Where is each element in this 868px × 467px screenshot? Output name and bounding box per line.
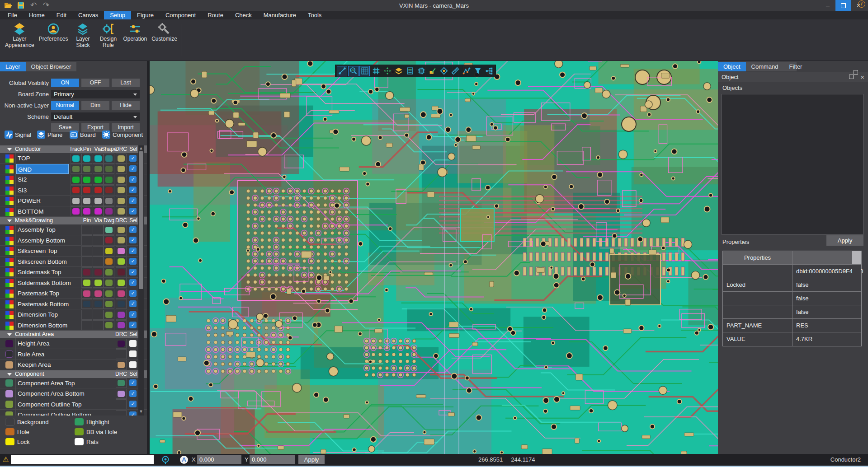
- drc-swatch[interactable]: [116, 299, 127, 309]
- layer-row-assembly-bottom[interactable]: Assembly Bottom✓: [0, 235, 147, 246]
- sel-checkbox[interactable]: ✓: [129, 226, 137, 233]
- board-zone-select[interactable]: Primary: [51, 90, 140, 98]
- drc-swatch[interactable]: [116, 349, 127, 359]
- property-row[interactable]: VALUE4.7KR: [723, 332, 861, 346]
- pin-swatch[interactable]: [81, 206, 92, 216]
- property-row[interactable]: dbid:000000005D9F45E0: [723, 265, 861, 278]
- layer-row-silkscreen-bottom[interactable]: Silkscreen Bottom✓: [0, 257, 147, 267]
- drc-swatch[interactable]: [116, 154, 127, 163]
- dwg-swatch[interactable]: [104, 267, 114, 277]
- drc-swatch[interactable]: [116, 320, 127, 330]
- area-color-icon[interactable]: [5, 401, 13, 408]
- property-row[interactable]: PART_NAMERES: [723, 319, 861, 332]
- scroll-down-icon[interactable]: ▼: [138, 409, 144, 414]
- open-file-icon[interactable]: [3, 1, 14, 10]
- pin-swatch[interactable]: [81, 196, 92, 206]
- sel-checkbox[interactable]: [129, 361, 137, 368]
- layer-color-icon[interactable]: [5, 208, 14, 216]
- info-icon[interactable]: i: [858, 0, 865, 8]
- layer-color-icon[interactable]: [5, 290, 14, 298]
- pin-swatch[interactable]: [81, 246, 92, 256]
- property-value[interactable]: false: [793, 305, 852, 318]
- via-swatch[interactable]: [93, 257, 104, 266]
- layer-row-pastemask-top[interactable]: Pastemask Top✓: [0, 288, 147, 299]
- sel-checkbox[interactable]: ✓: [129, 248, 137, 254]
- legend-swatch[interactable]: [5, 418, 14, 425]
- menu-tools[interactable]: Tools: [302, 11, 327, 19]
- layer-row-rule-area[interactable]: Rule Area: [0, 349, 147, 360]
- toggle-component[interactable]: Component: [102, 130, 147, 140]
- via-swatch[interactable]: [93, 310, 104, 320]
- coord-apply-button[interactable]: Apply: [298, 455, 325, 464]
- menu-edit[interactable]: Edit: [51, 11, 72, 19]
- dwg-swatch[interactable]: [104, 257, 114, 266]
- drc-swatch[interactable]: [116, 339, 127, 349]
- x-coordinate-input[interactable]: 0.000: [197, 455, 241, 464]
- drc-swatch[interactable]: [116, 164, 127, 174]
- via-swatch[interactable]: [93, 320, 104, 330]
- drc-swatch[interactable]: [116, 378, 127, 388]
- layer-color-icon[interactable]: [5, 279, 14, 287]
- layer-row-assembly-top[interactable]: Assembly Top✓: [0, 224, 147, 235]
- layer-row-dimension-top[interactable]: Dimension Top✓: [0, 309, 147, 320]
- section-header-constraint-area[interactable]: Constraint AreaDRCSel: [0, 331, 147, 338]
- scrollbar-thumb[interactable]: [139, 151, 143, 289]
- via-swatch[interactable]: [93, 185, 104, 195]
- menu-canvas[interactable]: Canvas: [72, 11, 104, 19]
- layer-row-dimension-bottom[interactable]: Dimension Bottom✓: [0, 320, 147, 331]
- shape-swatch[interactable]: [104, 206, 114, 216]
- toggle-signal[interactable]: Signal: [5, 130, 37, 140]
- section-header-component[interactable]: ComponentDRCSel: [0, 370, 147, 378]
- layer-row-component-outline-bottom[interactable]: Component Outline Bottom✓: [0, 410, 147, 416]
- pin-swatch[interactable]: [81, 235, 92, 245]
- layer-color-icon[interactable]: [5, 165, 14, 173]
- scroll-up-icon[interactable]: ▲: [138, 145, 144, 151]
- layer-row-si3[interactable]: SI3✓: [0, 185, 147, 196]
- sel-checkbox[interactable]: ✓: [129, 411, 137, 416]
- net-icon[interactable]: [461, 66, 472, 76]
- sel-checkbox[interactable]: ✓: [129, 269, 137, 276]
- non-active-dim-button[interactable]: Dim: [81, 101, 109, 110]
- non-active-hide-button[interactable]: Hide: [112, 101, 140, 110]
- drc-swatch[interactable]: [116, 410, 127, 416]
- legend-swatch[interactable]: [75, 418, 84, 425]
- dwg-swatch[interactable]: [104, 225, 114, 235]
- track-swatch[interactable]: [71, 175, 81, 185]
- drc-swatch[interactable]: [116, 196, 127, 206]
- menu-figure[interactable]: Figure: [131, 11, 160, 19]
- menu-manufacture[interactable]: Manufacture: [258, 11, 302, 19]
- tab-filter[interactable]: Filter: [784, 62, 808, 71]
- via-swatch[interactable]: [93, 278, 104, 288]
- menu-setup[interactable]: Setup: [104, 11, 131, 19]
- close-panel-icon[interactable]: ×: [860, 72, 864, 82]
- sel-checkbox[interactable]: ✓: [129, 311, 137, 318]
- report-icon[interactable]: [405, 66, 415, 76]
- collapse-icon[interactable]: [7, 373, 12, 376]
- legend-swatch[interactable]: [75, 428, 84, 435]
- grid-hash-icon[interactable]: [371, 66, 381, 76]
- shape-swatch[interactable]: [104, 185, 114, 195]
- dwg-swatch[interactable]: [104, 320, 114, 330]
- drc-swatch[interactable]: [116, 246, 127, 256]
- sel-checkbox[interactable]: ✓: [129, 176, 137, 183]
- property-value[interactable]: false: [793, 278, 852, 291]
- drc-swatch[interactable]: [116, 278, 127, 288]
- sel-checkbox[interactable]: ✓: [129, 279, 137, 286]
- minimize-button[interactable]: –: [820, 0, 835, 11]
- drc-swatch[interactable]: [116, 289, 127, 299]
- layer-row-component-area-bottom[interactable]: Component Area Bottom✓: [0, 388, 147, 399]
- layer-row-si2[interactable]: SI2✓: [0, 174, 147, 185]
- property-row[interactable]: Lockedfalse: [723, 278, 861, 292]
- layer-list-scrollbar[interactable]: ▲ ▼: [138, 145, 144, 416]
- sel-checkbox[interactable]: ✓: [129, 237, 137, 243]
- legend-swatch[interactable]: [5, 438, 14, 445]
- sel-checkbox[interactable]: ✓: [129, 322, 137, 328]
- absolute-coord-icon[interactable]: A: [180, 456, 188, 464]
- collapse-icon[interactable]: [7, 333, 12, 336]
- measure-line-icon[interactable]: [337, 66, 347, 76]
- layer-color-icon[interactable]: [5, 187, 14, 195]
- via-swatch[interactable]: [93, 225, 104, 235]
- shape-swatch[interactable]: [104, 164, 114, 174]
- via-swatch[interactable]: [93, 246, 104, 256]
- undo-icon[interactable]: ↶: [28, 1, 39, 10]
